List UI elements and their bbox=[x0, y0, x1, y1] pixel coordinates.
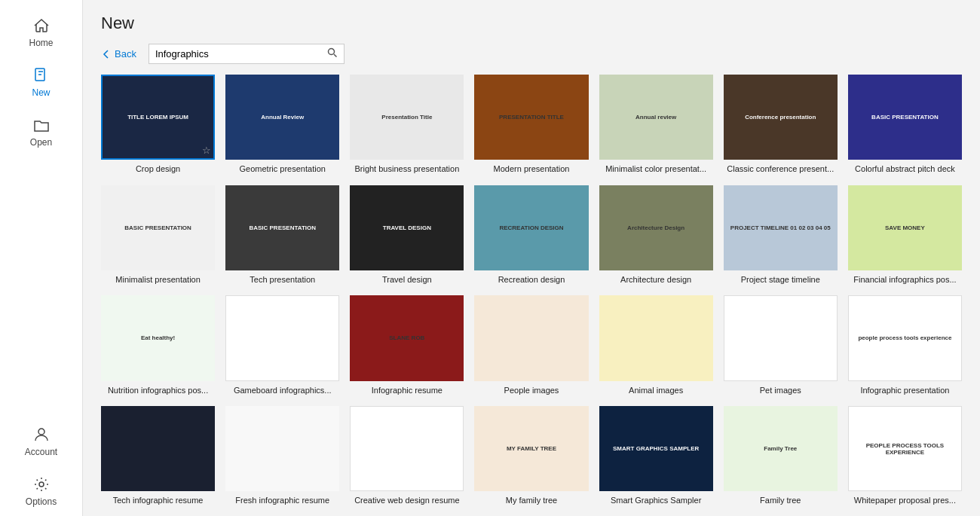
template-thumbnail-text: Annual Review bbox=[227, 76, 338, 158]
template-thumbnail bbox=[225, 295, 339, 380]
template-label: Bright business presentation bbox=[350, 163, 464, 174]
template-label: Nutrition infographics pos... bbox=[101, 385, 215, 395]
sidebar-account-label: Account bbox=[25, 447, 57, 457]
template-item[interactable]: PROJECT TIMELINE 01 02 03 04 05Project s… bbox=[724, 185, 838, 285]
template-item[interactable]: PRESENTATION TITLEModern presentation bbox=[474, 75, 588, 175]
template-label: Classic conference present... bbox=[724, 163, 838, 174]
favorite-button[interactable]: ☆ bbox=[202, 145, 211, 156]
template-thumbnail: TITLE LOREM IPSUM☆ bbox=[101, 75, 215, 160]
template-thumbnail-text: SLANE ROB bbox=[351, 297, 462, 379]
template-label: Gameboard infographics... bbox=[225, 385, 339, 395]
template-thumbnail: SAVE MONEY bbox=[848, 185, 962, 270]
template-item[interactable]: Annual ReviewGeometric presentation bbox=[225, 75, 339, 175]
page-title: New bbox=[101, 14, 962, 33]
template-item[interactable]: BASIC PRESENTATIONTech presentation bbox=[225, 185, 339, 285]
template-thumbnail-text bbox=[227, 408, 338, 490]
template-item[interactable]: Fresh infographic resume bbox=[225, 406, 339, 506]
main-content: New Back TITLE LOREM IPSUM☆Crop desi bbox=[83, 0, 980, 516]
template-label: Family tree bbox=[724, 495, 838, 505]
template-item[interactable]: Presentation TitleBright business presen… bbox=[350, 75, 464, 175]
template-item[interactable]: BASIC PRESENTATIONMinimalist presentatio… bbox=[101, 185, 215, 285]
header: New Back bbox=[83, 0, 980, 72]
template-item[interactable]: Family TreeFamily tree bbox=[724, 406, 838, 506]
template-thumbnail: Eat healthy! bbox=[101, 295, 215, 380]
template-thumbnail-text: PEOPLE PROCESS TOOLS EXPERIENCE bbox=[849, 407, 961, 490]
template-item[interactable]: SLANE ROBInfographic resume bbox=[350, 295, 464, 395]
open-icon bbox=[32, 116, 51, 134]
template-item[interactable]: Creative web design resume bbox=[350, 406, 464, 506]
template-thumbnail-text: Eat healthy! bbox=[103, 297, 213, 379]
template-label: Colorful abstract pitch deck bbox=[848, 163, 962, 174]
template-label: Pet images bbox=[724, 385, 838, 395]
template-thumbnail: Presentation Title bbox=[350, 75, 464, 160]
template-label: Tech presentation bbox=[225, 274, 339, 285]
template-item[interactable]: Conference presentationClassic conferenc… bbox=[724, 75, 838, 175]
template-thumbnail bbox=[101, 406, 215, 491]
sidebar-item-open[interactable]: Open bbox=[0, 107, 82, 157]
template-item[interactable]: Gameboard infographics... bbox=[225, 295, 339, 395]
template-item[interactable]: TITLE LOREM IPSUM☆Crop design bbox=[101, 75, 215, 175]
template-thumbnail: Annual review bbox=[599, 75, 713, 160]
back-button[interactable]: Back bbox=[101, 48, 136, 60]
sidebar-bottom: Account Options bbox=[0, 417, 82, 516]
svg-point-1 bbox=[38, 429, 44, 435]
template-label: Smart Graphics Sampler bbox=[599, 495, 713, 505]
template-label: Minimalist color presentat... bbox=[599, 163, 713, 174]
search-input[interactable] bbox=[155, 48, 323, 60]
template-thumbnail: TRAVEL DESIGN bbox=[350, 185, 464, 270]
account-icon bbox=[32, 426, 51, 444]
template-item[interactable]: Tech infographic resume bbox=[101, 406, 215, 506]
template-item[interactable]: SMART GRAPHICS SAMPLERSmart Graphics Sam… bbox=[599, 406, 713, 506]
template-item[interactable]: BASIC PRESENTATIONColorful abstract pitc… bbox=[848, 75, 962, 175]
sidebar-item-new[interactable]: New bbox=[0, 57, 82, 107]
template-thumbnail-text: PRESENTATION TITLE bbox=[476, 76, 586, 158]
template-item[interactable]: Pet images bbox=[724, 295, 838, 395]
template-thumbnail bbox=[225, 406, 339, 491]
sidebar-item-account[interactable]: Account bbox=[0, 417, 82, 466]
template-label: Recreation design bbox=[474, 274, 588, 285]
template-label: My family tree bbox=[474, 495, 588, 505]
template-thumbnail-text: PROJECT TIMELINE 01 02 03 04 05 bbox=[725, 187, 836, 269]
template-thumbnail-text: Family Tree bbox=[725, 408, 836, 490]
template-item[interactable]: TRAVEL DESIGNTravel design bbox=[350, 185, 464, 285]
header-controls: Back bbox=[101, 44, 962, 64]
template-thumbnail: MY FAMILY TREE bbox=[474, 406, 588, 491]
sidebar-open-label: Open bbox=[30, 137, 52, 148]
template-thumbnail-text: Architecture Design bbox=[601, 187, 712, 269]
template-grid-area: TITLE LOREM IPSUM☆Crop designAnnual Revi… bbox=[83, 72, 980, 516]
template-item[interactable]: RECREATION DESIGNRecreation design bbox=[474, 185, 588, 285]
template-thumbnail-text: BASIC PRESENTATION bbox=[103, 187, 213, 269]
sidebar-new-label: New bbox=[32, 87, 50, 98]
template-thumbnail-text: Annual review bbox=[601, 76, 712, 158]
template-item[interactable]: Architecture DesignArchitecture design bbox=[599, 185, 713, 285]
template-item[interactable]: Annual reviewMinimalist color presentat.… bbox=[599, 75, 713, 175]
template-thumbnail-text: people process tools experience bbox=[849, 296, 961, 380]
template-item[interactable]: Animal images bbox=[599, 295, 713, 395]
search-box bbox=[149, 44, 345, 64]
template-thumbnail-text: BASIC PRESENTATION bbox=[227, 187, 338, 269]
template-thumbnail: BASIC PRESENTATION bbox=[225, 185, 339, 270]
template-thumbnail-text bbox=[226, 296, 338, 380]
template-thumbnail: BASIC PRESENTATION bbox=[848, 75, 962, 160]
template-thumbnail: RECREATION DESIGN bbox=[474, 185, 588, 270]
template-item[interactable]: MY FAMILY TREEMy family tree bbox=[474, 406, 588, 506]
template-item[interactable]: people process tools experienceInfograph… bbox=[848, 295, 962, 395]
template-item[interactable]: People images bbox=[474, 295, 588, 395]
template-item[interactable]: SAVE MONEYFinancial infographics pos... bbox=[848, 185, 962, 285]
options-icon bbox=[32, 475, 51, 493]
template-thumbnail: PEOPLE PROCESS TOOLS EXPERIENCE bbox=[848, 406, 962, 491]
sidebar: Home New Open Account Options bbox=[0, 0, 83, 516]
template-label: Project stage timeline bbox=[724, 274, 838, 285]
template-thumbnail-text bbox=[724, 296, 837, 380]
template-item[interactable]: Eat healthy!Nutrition infographics pos..… bbox=[101, 295, 215, 395]
template-thumbnail: people process tools experience bbox=[848, 295, 962, 380]
search-button[interactable] bbox=[327, 47, 338, 60]
template-thumbnail-text bbox=[476, 297, 586, 379]
template-thumbnail bbox=[350, 406, 464, 491]
template-item[interactable]: PEOPLE PROCESS TOOLS EXPERIENCEWhitepape… bbox=[848, 406, 962, 506]
sidebar-item-options[interactable]: Options bbox=[0, 466, 82, 516]
template-grid: TITLE LOREM IPSUM☆Crop designAnnual Revi… bbox=[101, 75, 962, 516]
template-thumbnail-text bbox=[351, 407, 463, 490]
template-thumbnail-text: Presentation Title bbox=[351, 76, 462, 158]
sidebar-item-home[interactable]: Home bbox=[0, 8, 82, 57]
